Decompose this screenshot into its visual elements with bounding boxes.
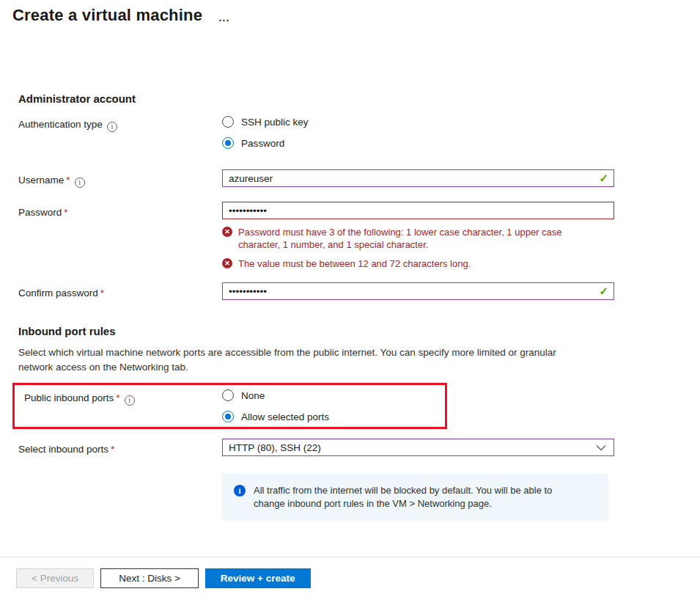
radio-circle-icon [222, 389, 234, 401]
authentication-type-label: Authentication typei [18, 116, 222, 149]
error-circle-x-icon: ✕ [222, 258, 232, 268]
admin-account-heading: Administrator account [18, 92, 700, 105]
radio-label: None [241, 390, 265, 401]
radio-circle-icon [222, 116, 234, 128]
info-icon[interactable]: i [107, 122, 117, 132]
error-item: ✕ The value must be between 12 and 72 ch… [222, 257, 607, 270]
password-row: Password* [0, 202, 700, 219]
confirm-password-row: Confirm password* ✓ [0, 282, 700, 300]
select-inbound-ports-row: Select inbound ports* HTTP (80), SSH (22… [0, 439, 700, 456]
select-inbound-ports-dropdown[interactable]: HTTP (80), SSH (22) [222, 439, 614, 456]
required-asterisk: * [66, 175, 70, 186]
inbound-port-rules-heading: Inbound port rules [18, 325, 700, 337]
error-message: Password must have 3 of the following: 1… [238, 226, 605, 251]
radio-circle-icon [222, 411, 234, 422]
confirm-password-label: Confirm password* [18, 282, 222, 300]
info-icon[interactable]: i [125, 395, 135, 406]
select-inbound-ports-label: Select inbound ports* [18, 439, 222, 456]
previous-button[interactable]: < Previous [16, 568, 94, 588]
error-circle-x-icon: ✕ [222, 227, 232, 237]
password-error-list: ✕ Password must have 3 of the following:… [222, 226, 607, 270]
error-item: ✕ Password must have 3 of the following:… [222, 226, 607, 251]
radio-label: SSH public key [241, 117, 309, 128]
radio-allow-selected-ports[interactable]: Allow selected ports [222, 411, 329, 422]
inbound-port-rules-description: Select which virtual machine network por… [18, 345, 593, 375]
required-asterisk: * [116, 392, 119, 403]
confirm-password-input[interactable] [222, 282, 614, 300]
radio-none[interactable]: None [222, 389, 329, 401]
radio-circle-icon [222, 137, 234, 149]
public-inbound-ports-label: Public inbound ports*i [24, 389, 222, 422]
wizard-footer: < Previous Next : Disks > Review + creat… [0, 557, 700, 588]
confirm-password-field-wrap: ✓ [222, 282, 614, 300]
required-asterisk: * [100, 287, 104, 298]
required-asterisk: * [64, 207, 67, 218]
radio-ssh-public-key[interactable]: SSH public key [222, 116, 309, 128]
info-icon[interactable]: i [75, 177, 85, 188]
username-field-wrap: ✓ [222, 169, 614, 188]
inbound-info-box: i All traffic from the internet will be … [222, 474, 608, 521]
password-input[interactable] [222, 202, 614, 219]
username-input[interactable] [222, 169, 614, 187]
username-label: Username*i [18, 169, 222, 188]
dropdown-selected-value: HTTP (80), SSH (22) [229, 442, 321, 453]
radio-label: Password [241, 138, 284, 149]
password-field-wrap [222, 202, 614, 219]
password-label: Password* [18, 202, 222, 219]
public-inbound-ports-radio-group: None Allow selected ports [222, 389, 329, 422]
username-row: Username*i ✓ [0, 169, 700, 188]
required-asterisk: * [111, 444, 114, 455]
error-message: The value must be between 12 and 72 char… [238, 257, 605, 270]
more-options-icon[interactable]: ... [218, 8, 230, 23]
review-create-button[interactable]: Review + create [205, 568, 311, 588]
authentication-type-row: Authentication typei SSH public key Pass… [0, 116, 700, 149]
authentication-type-radio-group: SSH public key Password [222, 116, 309, 149]
chevron-down-icon [596, 444, 606, 451]
info-box-message: All traffic from the internet will be bl… [254, 484, 583, 510]
radio-password[interactable]: Password [222, 137, 309, 149]
red-annotation-box: Public inbound ports*i None Allow select… [12, 383, 447, 429]
page-header: Create a virtual machine ... [0, 0, 700, 25]
public-inbound-ports-row: Public inbound ports*i None Allow select… [18, 389, 445, 422]
next-disks-button[interactable]: Next : Disks > [100, 568, 199, 588]
radio-label: Allow selected ports [241, 411, 329, 422]
info-filled-icon: i [234, 485, 246, 497]
page-title: Create a virtual machine [12, 6, 202, 25]
